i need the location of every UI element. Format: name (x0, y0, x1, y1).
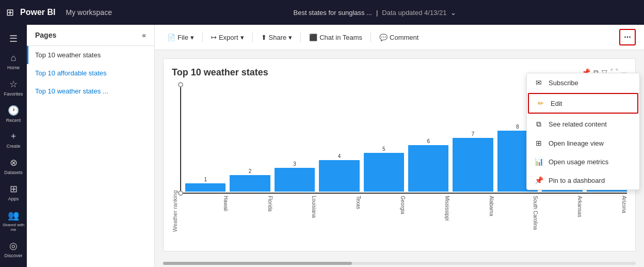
x-label: Hawaii (188, 196, 229, 232)
bar-rect[interactable] (364, 153, 404, 192)
usage-icon: 📊 (534, 158, 543, 166)
bar-value: 4 (338, 153, 341, 159)
sidebar-item-shared[interactable]: 👥 Shared with me (0, 206, 27, 236)
apps-icon: ⊞ (10, 183, 18, 195)
menu-item-subscribe[interactable]: ✉ Subscribe (527, 73, 639, 92)
bar-value: 7 (472, 131, 475, 137)
datasets-label: Datasets (4, 170, 23, 175)
x-label: South Carolina (498, 196, 539, 232)
x-label: Arizona (587, 196, 627, 232)
scroll-bar[interactable] (163, 262, 636, 265)
share-chevron: ▾ (288, 34, 292, 41)
bar-rect[interactable] (453, 138, 493, 192)
favorites-icon: ☆ (9, 78, 18, 90)
sidebar-item-apps[interactable]: ⊞ Apps (0, 179, 27, 206)
toolbar-sep1 (202, 32, 203, 42)
subscribe-label: Subscribe (549, 79, 578, 87)
data-updated: Data updated 4/13/21 (382, 9, 446, 17)
home-icon: ⌂ (11, 53, 17, 64)
edit-label: Edit (551, 100, 562, 107)
file-label: File (178, 34, 188, 41)
bar-rect[interactable] (408, 145, 448, 192)
more-icon: ··· (624, 33, 631, 42)
page-item-affordable[interactable]: Top 10 affordable states (27, 64, 154, 82)
menu-item-edit[interactable]: ✏ Edit (528, 93, 638, 114)
pin-dashboard-icon: 📌 (534, 176, 543, 184)
menu-item-lineage[interactable]: ⊞ Open lineage view (527, 134, 639, 152)
scroll-thumb[interactable] (163, 262, 352, 265)
bar-value: 2 (249, 168, 252, 174)
export-label: Export (219, 34, 238, 41)
file-button[interactable]: 📄 File ▾ (163, 31, 198, 44)
x-label: Texas (321, 196, 361, 232)
content-area: 📄 File ▾ ↦ Export ▾ ⬆ Share ▾ ⬛ Chat in … (155, 25, 644, 267)
pages-collapse-button[interactable]: « (142, 31, 146, 39)
related-icon: ⧉ (534, 120, 543, 129)
sidebar-item-learn[interactable]: 📖 Learn (0, 262, 27, 267)
page-item-weather2[interactable]: Top 10 weather states ... (27, 82, 154, 100)
toolbar-sep4 (371, 32, 371, 42)
lineage-label: Open lineage view (549, 139, 604, 147)
bar-rect[interactable] (230, 175, 270, 192)
report-area: Top 10 weather states 📌 ⧉ ▽ ⛶ ··· Weathe… (155, 50, 644, 260)
chart-title: Top 10 weather states (172, 67, 268, 78)
sidebar-item-home[interactable]: ⌂ Home (0, 49, 27, 74)
create-icon: + (11, 131, 17, 142)
dropdown-menu: ✉ Subscribe ✏ Edit ⧉ See related content… (526, 73, 640, 190)
sidebar-item-recent[interactable]: 🕐 Recent (0, 101, 27, 127)
bar-rect[interactable] (275, 168, 315, 192)
usage-label: Open usage metrics (549, 158, 608, 166)
x-label: Florida (233, 196, 273, 232)
bar-rect[interactable] (185, 183, 226, 192)
x-label: Mississippi (410, 196, 450, 232)
report-title-area: Best states for sunglass ... | Data upda… (112, 9, 638, 17)
share-icon: ⬆ (261, 34, 267, 41)
export-button[interactable]: ↦ Export ▾ (207, 31, 248, 44)
x-label: Georgia (365, 196, 406, 232)
comment-button[interactable]: 💬 Comment (375, 31, 423, 44)
bar-value: 8 (516, 124, 519, 130)
file-chevron: ▾ (190, 34, 194, 41)
menu-item-usage[interactable]: 📊 Open usage metrics (527, 152, 639, 171)
x-labels: HawaiiFloridaLouisianaTexasGeorgiaMissis… (180, 194, 627, 232)
bar-value: 3 (293, 161, 296, 167)
data-updated-chevron[interactable]: ⌄ (450, 9, 456, 17)
sidebar-item-discover[interactable]: ◎ Discover (0, 236, 27, 262)
x-label: Louisiana (277, 196, 317, 232)
workspace-label[interactable]: My workspace (66, 8, 111, 17)
more-options-button[interactable]: ··· (619, 29, 636, 45)
bar-value: 1 (204, 177, 207, 182)
file-icon: 📄 (167, 34, 175, 41)
share-button[interactable]: ⬆ Share ▾ (257, 31, 297, 44)
pages-panel: Pages « Top 10 weather states Top 10 aff… (27, 25, 155, 267)
recent-label: Recent (6, 118, 21, 123)
page-item-weather[interactable]: Top 10 weather states (27, 46, 154, 64)
top-bar: ⊞ Power BI My workspace Best states for … (0, 0, 644, 25)
report-title: Best states for sunglass ... (294, 9, 372, 17)
chat-button[interactable]: ⬛ Chat in Teams (305, 31, 366, 44)
y-axis-label: Weather ranking (172, 82, 178, 232)
menu-item-related[interactable]: ⧉ See related content (527, 115, 639, 134)
discover-icon: ◎ (9, 240, 18, 252)
sidebar-item-create[interactable]: + Create (0, 127, 27, 153)
sidebar-item-menu[interactable]: ☰ (0, 29, 27, 49)
bar-group-mississippi: 6 (408, 138, 448, 192)
pages-title: Pages (35, 31, 56, 39)
export-chevron: ▾ (240, 34, 244, 41)
sidebar-item-datasets[interactable]: ⊗ Datasets (0, 153, 27, 179)
bar-rect[interactable] (319, 160, 359, 192)
pages-header: Pages « (27, 25, 154, 46)
share-label: Share (269, 34, 287, 41)
bar-value: 6 (427, 138, 430, 144)
app-grid-icon[interactable]: ⊞ (6, 7, 14, 18)
recent-icon: 🕐 (8, 105, 19, 116)
sidebar-item-favorites[interactable]: ☆ Favorites (0, 74, 27, 101)
bar-group-texas: 4 (319, 153, 359, 192)
title-separator: | (376, 9, 378, 17)
sidebar: ☰ ⌂ Home ☆ Favorites 🕐 Recent + Create ⊗… (0, 25, 27, 267)
teams-icon: ⬛ (309, 34, 317, 41)
edit-icon: ✏ (536, 99, 545, 107)
menu-item-pin[interactable]: 📌 Pin to a dashboard (527, 171, 639, 190)
comment-label: Comment (390, 34, 418, 41)
main-layout: ☰ ⌂ Home ☆ Favorites 🕐 Recent + Create ⊗… (0, 25, 644, 267)
